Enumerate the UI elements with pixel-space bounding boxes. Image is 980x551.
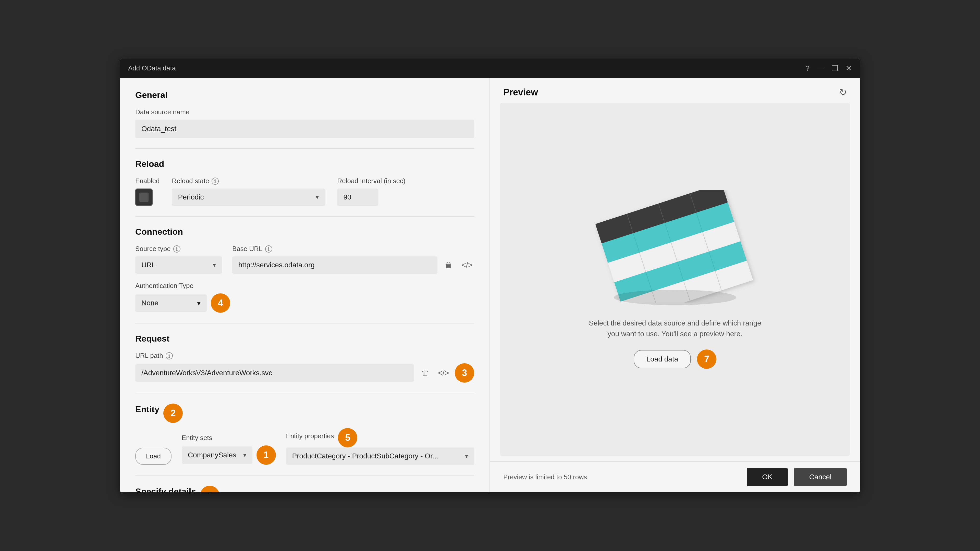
preview-illustration xyxy=(591,190,759,308)
help-icon[interactable]: ? xyxy=(805,64,810,73)
entity-props-dropdown[interactable]: ProductCategory - ProductSubCategory - O… xyxy=(286,448,474,465)
base-url-delete-icon[interactable]: 🗑 xyxy=(442,258,456,272)
dialog-title: Add OData data xyxy=(128,64,176,72)
close-icon[interactable]: ✕ xyxy=(845,64,852,73)
load-data-row: Load data 7 xyxy=(634,349,717,369)
auth-type-col: Authentication Type None ▾ 4 xyxy=(135,282,230,313)
bottom-bar: Preview is limited to 50 rows OK Cancel xyxy=(490,461,860,492)
request-section: Request URL path ℹ 🗑 </> 3 xyxy=(135,333,474,383)
table-illustration xyxy=(591,190,759,303)
connection-title: Connection xyxy=(135,227,474,237)
base-url-info-icon[interactable]: ℹ xyxy=(265,245,272,252)
reload-interval-label: Reload Interval (in sec) xyxy=(337,177,405,185)
data-source-name-label: Data source name xyxy=(135,108,474,116)
general-section: General Data source name xyxy=(135,90,474,138)
reload-state-value: Periodic xyxy=(178,193,204,201)
url-path-label: URL path ℹ xyxy=(135,352,474,360)
shadow-ellipse xyxy=(614,290,736,305)
entity-props-label: Entity properties xyxy=(286,432,334,440)
reload-section: Reload Enabled Reload state ℹ xyxy=(135,159,474,206)
auth-type-label: Authentication Type xyxy=(135,282,230,290)
url-path-row: 🗑 </> 3 xyxy=(135,363,474,383)
auth-type-value: None xyxy=(142,299,159,307)
toggle-inner xyxy=(139,192,148,202)
entity-sets-col: Entity sets CompanySales ▾ 1 xyxy=(182,434,276,465)
load-button[interactable]: Load xyxy=(135,448,172,465)
badge-3: 3 xyxy=(455,363,474,383)
title-bar-controls: ? — ❐ ✕ xyxy=(805,64,852,73)
base-url-wrapper: 🗑 </> xyxy=(232,256,474,274)
main-content: General Data source name Reload Enabled xyxy=(120,78,860,492)
reload-state-label: Reload state ℹ xyxy=(172,177,325,185)
reload-row: Enabled Reload state ℹ Periodic ▾ xyxy=(135,177,474,206)
url-path-info-icon[interactable]: ℹ xyxy=(165,352,173,359)
reload-interval-input[interactable] xyxy=(337,189,378,206)
request-title: Request xyxy=(135,333,474,344)
entity-section: Entity 2 Load Entity sets CompanySales ▾… xyxy=(135,403,474,465)
base-url-label: Base URL ℹ xyxy=(232,245,474,253)
base-url-input[interactable] xyxy=(232,256,438,274)
badge-2: 2 xyxy=(163,403,183,423)
load-data-button[interactable]: Load data xyxy=(634,350,691,368)
entity-props-value: ProductCategory - ProductSubCategory - O… xyxy=(292,452,438,460)
preview-text: Select the desired data source and defin… xyxy=(589,318,761,339)
entity-sets-label: Entity sets xyxy=(182,434,276,442)
source-type-col: Source type ℹ URL ▾ xyxy=(135,245,222,274)
minimize-icon[interactable]: — xyxy=(817,64,824,73)
entity-props-arrow: ▾ xyxy=(465,453,468,460)
general-title: General xyxy=(135,90,474,100)
source-type-value: URL xyxy=(142,261,156,269)
preview-header: Preview ↻ xyxy=(490,78,860,103)
url-path-input[interactable] xyxy=(135,364,414,382)
entity-sets-dropdown[interactable]: CompanySales ▾ xyxy=(182,446,252,464)
bottom-actions: OK Cancel xyxy=(747,468,847,486)
auth-type-dropdown[interactable]: None ▾ xyxy=(135,294,207,312)
reload-state-arrow: ▾ xyxy=(316,194,319,201)
source-type-info-icon[interactable]: ℹ xyxy=(173,245,180,252)
ok-button[interactable]: OK xyxy=(747,468,788,486)
reload-interval-col: Reload Interval (in sec) xyxy=(337,177,405,206)
specify-details-title: Specify details xyxy=(135,486,196,492)
base-url-col: Base URL ℹ 🗑 </> xyxy=(232,245,474,274)
badge-6: 6 xyxy=(200,486,220,492)
preview-title: Preview xyxy=(503,87,538,98)
refresh-icon[interactable]: ↻ xyxy=(839,87,847,98)
source-type-arrow: ▾ xyxy=(213,262,216,268)
badge-7: 7 xyxy=(697,349,716,369)
entity-row: Load Entity sets CompanySales ▾ 1 xyxy=(135,428,474,465)
enabled-label: Enabled xyxy=(135,177,159,185)
dialog: Add OData data ? — ❐ ✕ General Data sour… xyxy=(120,59,860,492)
title-bar: Add OData data ? — ❐ ✕ xyxy=(120,59,860,78)
left-panel: General Data source name Reload Enabled xyxy=(120,78,490,492)
base-url-code-icon[interactable]: </> xyxy=(460,258,474,272)
connection-section: Connection Source type ℹ URL ▾ xyxy=(135,227,474,313)
reload-title: Reload xyxy=(135,159,474,169)
enabled-col: Enabled xyxy=(135,177,159,206)
reload-state-info-icon[interactable]: ℹ xyxy=(212,178,219,185)
entity-sets-value: CompanySales xyxy=(188,451,236,459)
entity-props-col: Entity properties 5 ProductCategory - Pr… xyxy=(286,428,474,465)
entity-title: Entity xyxy=(135,404,159,414)
auth-row: Authentication Type None ▾ 4 xyxy=(135,282,474,313)
url-path-delete-icon[interactable]: 🗑 xyxy=(418,366,432,380)
maximize-icon[interactable]: ❐ xyxy=(832,64,838,73)
reload-state-dropdown[interactable]: Periodic ▾ xyxy=(172,189,325,206)
right-panel: Preview ↻ xyxy=(490,78,860,492)
specify-details-section: Specify details 6 🔒 Reuse existing conne… xyxy=(135,486,474,492)
badge-1: 1 xyxy=(256,445,276,465)
preview-area: Select the desired data source and defin… xyxy=(500,103,850,456)
entity-sets-arrow: ▾ xyxy=(243,451,246,459)
auth-type-arrow: ▾ xyxy=(197,299,200,307)
source-type-label: Source type ℹ xyxy=(135,245,222,253)
reload-state-col: Reload state ℹ Periodic ▾ xyxy=(172,177,325,206)
connection-row: Source type ℹ URL ▾ Base URL ℹ xyxy=(135,245,474,274)
preview-limit-text: Preview is limited to 50 rows xyxy=(503,473,587,481)
cancel-button[interactable]: Cancel xyxy=(794,468,847,486)
enabled-toggle[interactable] xyxy=(135,189,153,206)
url-path-code-icon[interactable]: </> xyxy=(436,366,451,380)
badge-4: 4 xyxy=(211,293,230,313)
badge-5: 5 xyxy=(338,428,357,448)
source-type-dropdown[interactable]: URL ▾ xyxy=(135,256,222,274)
data-source-name-input[interactable] xyxy=(135,120,474,138)
